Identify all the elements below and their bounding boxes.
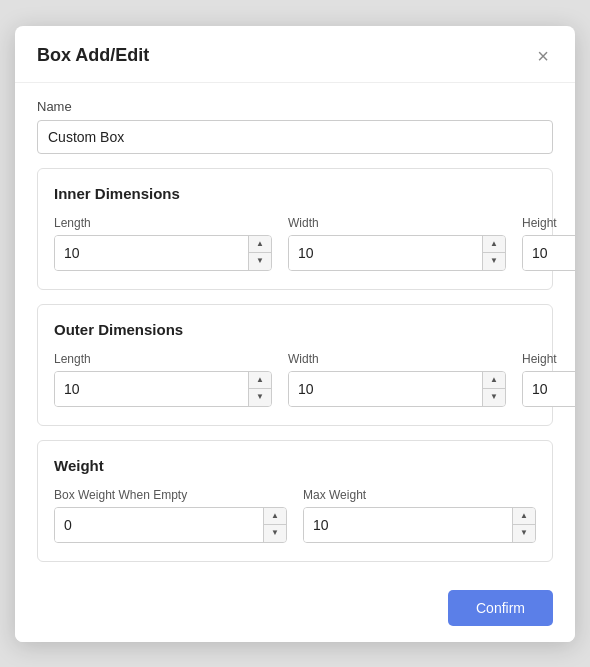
outer-height-input[interactable] xyxy=(523,372,575,406)
inner-length-label: Length xyxy=(54,216,272,230)
outer-length-label: Length xyxy=(54,352,272,366)
inner-width-spinner: ▲ ▼ xyxy=(288,235,506,271)
outer-length-down-button[interactable]: ▼ xyxy=(249,389,271,406)
inner-width-input[interactable] xyxy=(289,236,482,270)
modal-header: Box Add/Edit × xyxy=(15,26,575,83)
outer-length-spinner: ▲ ▼ xyxy=(54,371,272,407)
outer-width-field: Width ▲ ▼ xyxy=(288,352,506,407)
max-weight-field: Max Weight ▲ ▼ xyxy=(303,488,536,543)
box-weight-label: Box Weight When Empty xyxy=(54,488,287,502)
outer-width-input[interactable] xyxy=(289,372,482,406)
max-weight-input[interactable] xyxy=(304,508,512,542)
box-weight-spinner: ▲ ▼ xyxy=(54,507,287,543)
outer-width-label: Width xyxy=(288,352,506,366)
outer-dimensions-row: Length ▲ ▼ Width xyxy=(54,352,536,407)
inner-dimensions-section: Inner Dimensions Length ▲ ▼ W xyxy=(37,168,553,290)
box-weight-up-button[interactable]: ▲ xyxy=(264,508,286,525)
box-weight-input[interactable] xyxy=(55,508,263,542)
modal-title: Box Add/Edit xyxy=(37,45,149,66)
max-weight-label: Max Weight xyxy=(303,488,536,502)
outer-dimensions-section: Outer Dimensions Length ▲ ▼ W xyxy=(37,304,553,426)
inner-length-field: Length ▲ ▼ xyxy=(54,216,272,271)
name-label: Name xyxy=(37,99,553,114)
outer-width-spinner-buttons: ▲ ▼ xyxy=(482,372,505,406)
modal-overlay: Box Add/Edit × Name Inner Dimensions Len… xyxy=(0,0,590,667)
inner-width-label: Width xyxy=(288,216,506,230)
inner-width-down-button[interactable]: ▼ xyxy=(483,253,505,270)
max-weight-down-button[interactable]: ▼ xyxy=(513,525,535,542)
modal-body: Name Inner Dimensions Length ▲ ▼ xyxy=(15,83,575,578)
inner-length-input[interactable] xyxy=(55,236,248,270)
outer-width-down-button[interactable]: ▼ xyxy=(483,389,505,406)
inner-height-input[interactable] xyxy=(523,236,575,270)
outer-dimensions-title: Outer Dimensions xyxy=(54,321,536,338)
weight-title: Weight xyxy=(54,457,536,474)
weight-row: Box Weight When Empty ▲ ▼ Max Weight xyxy=(54,488,536,543)
inner-height-spinner: ▲ ▼ xyxy=(522,235,575,271)
weight-section: Weight Box Weight When Empty ▲ ▼ xyxy=(37,440,553,562)
inner-height-label: Height xyxy=(522,216,575,230)
inner-dimensions-title: Inner Dimensions xyxy=(54,185,536,202)
inner-width-up-button[interactable]: ▲ xyxy=(483,236,505,253)
box-weight-spinner-buttons: ▲ ▼ xyxy=(263,508,286,542)
inner-height-field: Height ▲ ▼ xyxy=(522,216,575,271)
inner-length-spinner-buttons: ▲ ▼ xyxy=(248,236,271,270)
outer-length-field: Length ▲ ▼ xyxy=(54,352,272,407)
inner-length-down-button[interactable]: ▼ xyxy=(249,253,271,270)
max-weight-spinner-buttons: ▲ ▼ xyxy=(512,508,535,542)
outer-width-spinner: ▲ ▼ xyxy=(288,371,506,407)
inner-dimensions-row: Length ▲ ▼ Width xyxy=(54,216,536,271)
inner-length-spinner: ▲ ▼ xyxy=(54,235,272,271)
outer-height-spinner: ▲ ▼ xyxy=(522,371,575,407)
name-field-group: Name xyxy=(37,99,553,154)
max-weight-up-button[interactable]: ▲ xyxy=(513,508,535,525)
outer-width-up-button[interactable]: ▲ xyxy=(483,372,505,389)
outer-height-field: Height ▲ ▼ xyxy=(522,352,575,407)
confirm-button[interactable]: Confirm xyxy=(448,590,553,626)
inner-width-spinner-buttons: ▲ ▼ xyxy=(482,236,505,270)
close-button[interactable]: × xyxy=(533,44,553,68)
box-add-edit-modal: Box Add/Edit × Name Inner Dimensions Len… xyxy=(15,26,575,642)
inner-length-up-button[interactable]: ▲ xyxy=(249,236,271,253)
modal-footer: Confirm xyxy=(15,578,575,642)
max-weight-spinner: ▲ ▼ xyxy=(303,507,536,543)
outer-length-input[interactable] xyxy=(55,372,248,406)
name-input[interactable] xyxy=(37,120,553,154)
outer-height-label: Height xyxy=(522,352,575,366)
inner-width-field: Width ▲ ▼ xyxy=(288,216,506,271)
outer-length-spinner-buttons: ▲ ▼ xyxy=(248,372,271,406)
outer-length-up-button[interactable]: ▲ xyxy=(249,372,271,389)
box-weight-field: Box Weight When Empty ▲ ▼ xyxy=(54,488,287,543)
box-weight-down-button[interactable]: ▼ xyxy=(264,525,286,542)
